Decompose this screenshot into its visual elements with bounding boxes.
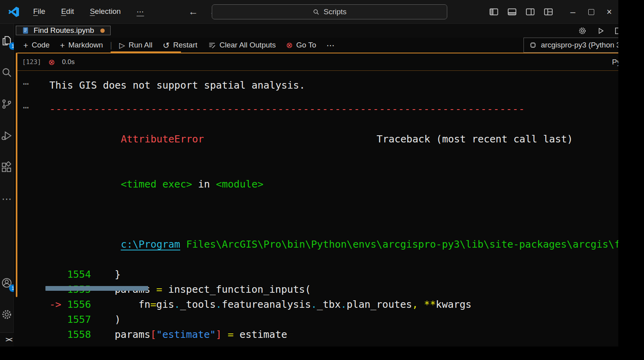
- split-editor-icon[interactable]: [614, 27, 618, 35]
- traceback-code-line: 1558 params["estimate"] = estimate: [49, 327, 618, 342]
- unsaved-dot-icon[interactable]: [100, 28, 105, 33]
- extensions-icon: [1, 161, 13, 173]
- cell-language-picker[interactable]: Python: [612, 58, 618, 66]
- add-code-cell-button[interactable]: +Code: [19, 38, 54, 52]
- plus-icon: +: [60, 41, 65, 49]
- toggle-sidebar-icon[interactable]: [489, 7, 499, 17]
- frame-module: <module>: [216, 178, 263, 190]
- frame-location: <timed exec>: [121, 178, 192, 190]
- blank-line: [49, 207, 618, 222]
- activity-run-debug[interactable]: [0, 129, 13, 142]
- activity-source-control[interactable]: [0, 97, 13, 111]
- run-play-icon[interactable]: [596, 27, 605, 35]
- kernel-picker[interactable]: arcgispro-py3 (Python 3.9.16): [523, 38, 618, 53]
- remote-indicator[interactable]: ><: [6, 336, 12, 344]
- activity-bar-bottom: 1: [0, 276, 13, 321]
- notebook-settings-gear-icon[interactable]: [578, 27, 587, 35]
- source-control-icon: [1, 98, 13, 110]
- clear-all-label: Clear All Outputs: [220, 41, 276, 49]
- menu-file[interactable]: File: [28, 5, 50, 18]
- output-options-icon[interactable]: ⋯: [23, 76, 28, 91]
- vscode-window: File Edit Selection ⋯ ← → Scripts – ×: [0, 0, 618, 347]
- search-icon: [1, 66, 13, 78]
- horizontal-scrollbar-thumb[interactable]: [45, 286, 148, 291]
- menu-selection[interactable]: Selection: [85, 5, 125, 18]
- traceback-frame: <timed exec> in <module>: [49, 162, 618, 207]
- add-code-label: Code: [32, 41, 49, 49]
- editor-actions: ⋯: [578, 24, 618, 38]
- search-label: Scripts: [324, 8, 346, 16]
- customize-layout-icon[interactable]: [543, 7, 554, 17]
- menu-edit[interactable]: Edit: [56, 5, 79, 18]
- vscode-logo-icon: [8, 6, 20, 18]
- window-controls: – ×: [489, 0, 618, 24]
- toggle-panel-icon[interactable]: [507, 7, 517, 17]
- run-all-button[interactable]: ▷Run All: [115, 38, 156, 52]
- traceback-path: c:\Program Files\ArcGIS\Pro\bin\Python\e…: [49, 222, 618, 267]
- traceback-code-lines: 1554 }1555 params = inspect_function_inp…: [49, 267, 618, 342]
- activity-accounts[interactable]: 1: [0, 276, 13, 290]
- activity-search[interactable]: [0, 66, 13, 79]
- plus-icon: +: [23, 41, 28, 49]
- file-path-link[interactable]: c:\Program: [121, 239, 181, 250]
- maximize-button[interactable]: [582, 0, 600, 24]
- clear-all-outputs-button[interactable]: Clear All Outputs: [204, 38, 280, 52]
- goto-label: Go To: [296, 41, 316, 49]
- activity-more[interactable]: ⋯: [0, 192, 13, 206]
- cell-error-icon: ⊗: [48, 57, 55, 67]
- search-icon: [313, 8, 320, 15]
- goto-error-icon: ⊗: [286, 40, 293, 50]
- maximize-icon: [588, 9, 594, 15]
- goto-button[interactable]: ⊗Go To: [282, 38, 320, 52]
- traceback-separator: ----------------------------------------…: [49, 102, 618, 117]
- restart-icon: ↺: [163, 41, 170, 49]
- restart-button[interactable]: ↺Restart: [159, 38, 201, 52]
- activity-settings[interactable]: [0, 308, 13, 321]
- traceback-header: AttributeErrorTraceback (most recent cal…: [49, 117, 618, 162]
- frame-in: in: [192, 178, 216, 190]
- add-markdown-cell-button[interactable]: +Markdown: [56, 38, 107, 52]
- command-center-search[interactable]: Scripts: [212, 4, 447, 19]
- toggle-secondary-sidebar-icon[interactable]: [525, 7, 535, 17]
- activity-explorer[interactable]: 1: [0, 34, 13, 47]
- traceback-code-line: ->1556 fn=gis._tools.featureanalysis._tb…: [49, 297, 618, 312]
- more-icon: ⋯: [2, 193, 12, 205]
- add-markdown-label: Markdown: [68, 41, 103, 49]
- notebook-toolbar: +Code +Markdown | ▷Run All ↺Restart Clea…: [14, 38, 618, 53]
- tab-label: Find Routes.ipynb: [34, 26, 94, 35]
- gear-icon: [1, 309, 13, 320]
- desktop: File Edit Selection ⋯ ← → Scripts – ×: [0, 0, 644, 360]
- traceback-code-line: 1554 }: [49, 267, 618, 282]
- editor-area: Find Routes.ipynb ⋯ ame specified › M↓ A…: [14, 24, 618, 332]
- execution-count: [123]: [22, 58, 41, 66]
- menu-more[interactable]: ⋯: [132, 5, 149, 18]
- minimize-button[interactable]: –: [564, 0, 582, 24]
- clear-all-icon: [208, 41, 216, 49]
- cell-header: [123] ⊗ 0.0s Python: [17, 53, 618, 71]
- kernel-chip-icon: [529, 41, 537, 49]
- traceback-label: Traceback (most recent call last): [377, 133, 573, 145]
- run-all-label: Run All: [128, 41, 152, 49]
- kernel-label: arcgispro-py3 (Python 3.9.16): [541, 41, 618, 49]
- file-path-rest: Files\ArcGIS\Pro\bin\Python\envs\arcgisp…: [180, 239, 618, 250]
- notebook-cell: [123] ⊗ 0.0s Python ⋯ ⋯ This GIS does no…: [14, 53, 618, 347]
- activity-extensions[interactable]: [0, 161, 13, 174]
- blank-line: [49, 342, 618, 347]
- traceback-code-line: 1557 ): [49, 312, 618, 327]
- cell-output: ⋯ ⋯ This GIS does not support spatial an…: [17, 71, 618, 347]
- workbench-body: 1 ⋯ 1: [0, 24, 618, 332]
- menubar: File Edit Selection ⋯: [28, 5, 149, 18]
- close-button[interactable]: ×: [600, 0, 618, 24]
- error-name: AttributeError: [121, 133, 204, 145]
- back-button[interactable]: ←: [188, 6, 198, 17]
- activity-bar: 1 ⋯ 1: [0, 24, 14, 332]
- output-options-icon[interactable]: ⋯: [23, 100, 28, 115]
- execution-duration: 0.0s: [62, 58, 75, 66]
- more-icon: ⋯: [326, 41, 335, 49]
- restart-label: Restart: [173, 41, 197, 49]
- toolbar-more-button[interactable]: ⋯: [322, 39, 339, 52]
- run-debug-icon: [1, 130, 13, 142]
- output-message: This GIS does not support spatial analys…: [49, 78, 618, 93]
- tab-find-routes[interactable]: Find Routes.ipynb: [16, 26, 111, 35]
- play-icon: ▷: [119, 42, 125, 49]
